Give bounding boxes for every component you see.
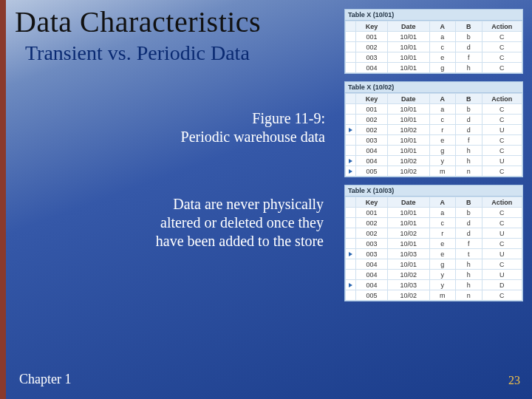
cell-key: 005 [356, 166, 388, 177]
cell-action: C [482, 42, 522, 52]
cell-a: c [429, 115, 455, 125]
cell-a: m [429, 290, 455, 301]
cell-a: r [429, 125, 455, 135]
data-table: KeyDateABAction00110/01abC00210/01cdC002… [345, 93, 522, 177]
cell-a: g [429, 146, 455, 156]
cell-a: r [429, 228, 455, 239]
row-marker-cell [346, 32, 356, 42]
row-marker-cell [346, 166, 356, 177]
table-caption: Table X (10/01) [345, 10, 522, 21]
table-row: 00110/01abC [346, 32, 522, 42]
data-table: KeyDateABAction00110/01abC00210/01cdC003… [345, 21, 522, 73]
cell-b: b [456, 32, 482, 42]
cell-b: b [456, 208, 482, 218]
cell-date: 10/01 [387, 32, 429, 42]
cell-date: 10/01 [387, 42, 429, 52]
table-header-row: KeyDateABAction [346, 21, 522, 32]
cell-b: t [456, 249, 482, 259]
cell-date: 10/01 [387, 115, 429, 125]
cell-date: 10/01 [387, 239, 429, 249]
cell-action: C [482, 239, 522, 249]
cell-key: 002 [356, 125, 388, 135]
cell-a: y [429, 156, 455, 166]
cell-a: a [429, 32, 455, 42]
cell-a: a [429, 104, 455, 115]
cell-b: h [456, 63, 482, 73]
changed-marker-icon [349, 128, 352, 132]
table-row: 00310/01efC [346, 239, 522, 249]
body-line2: altered or deleted once they [160, 214, 324, 231]
cell-b: d [456, 218, 482, 228]
changed-marker-icon [349, 252, 352, 256]
cell-a: m [429, 166, 455, 177]
table-row: 00410/01ghC [346, 63, 522, 73]
cell-action: U [482, 249, 522, 259]
cell-action: C [482, 146, 522, 156]
cell-date: 10/01 [387, 63, 429, 73]
table-row: 00210/02rdU [346, 125, 522, 135]
table-row: 00410/01ghC [346, 259, 522, 270]
changed-marker-icon [349, 159, 352, 163]
cell-key: 002 [356, 228, 388, 239]
cell-a: y [429, 280, 455, 290]
row-marker-cell [346, 104, 356, 115]
figure-label-line2: Periodic warehouse data [181, 129, 325, 145]
cell-action: U [482, 228, 522, 239]
changed-marker-icon [349, 283, 352, 287]
cell-action: U [482, 270, 522, 280]
cell-date: 10/01 [387, 208, 429, 218]
cell-date: 10/01 [387, 104, 429, 115]
table-row: 00310/03etU [346, 249, 522, 259]
cell-a: y [429, 270, 455, 280]
cell-b: h [456, 280, 482, 290]
row-marker-cell [346, 259, 356, 270]
cell-action: C [482, 32, 522, 42]
slide-subtitle: Transient vs. Periodic Data [25, 41, 250, 65]
cell-key: 004 [356, 270, 388, 280]
table-row: 00510/02mnC [346, 290, 522, 301]
col-header-marker [346, 94, 356, 104]
col-header: Action [482, 197, 522, 208]
cell-key: 003 [356, 52, 388, 63]
cell-date: 10/01 [387, 259, 429, 270]
cell-a: a [429, 208, 455, 218]
cell-key: 004 [356, 280, 388, 290]
table-row: 00410/01ghC [346, 146, 522, 156]
cell-b: d [456, 228, 482, 239]
cell-date: 10/02 [387, 156, 429, 166]
body-text: Data are never physically altered or del… [102, 195, 324, 250]
page-number: 23 [508, 374, 520, 387]
row-marker-cell [346, 135, 356, 146]
chapter-label: Chapter 1 [19, 372, 71, 387]
cell-a: c [429, 42, 455, 52]
row-marker-cell [346, 270, 356, 280]
cell-b: h [456, 270, 482, 280]
cell-date: 10/03 [387, 249, 429, 259]
cell-action: C [482, 115, 522, 125]
table-row: 00410/03yhD [346, 280, 522, 290]
col-header: Key [356, 94, 388, 104]
cell-b: f [456, 239, 482, 249]
col-header: B [456, 21, 482, 32]
cell-action: C [482, 52, 522, 63]
cell-date: 10/01 [387, 146, 429, 156]
row-marker-cell [346, 146, 356, 156]
figure-label: Figure 11-9: Periodic warehouse data [118, 109, 325, 146]
cell-key: 001 [356, 32, 388, 42]
tables-panel: Table X (10/01)KeyDateABAction00110/01ab… [344, 9, 523, 301]
accent-bar [0, 0, 6, 399]
cell-a: g [429, 259, 455, 270]
col-header: B [456, 197, 482, 208]
cell-b: n [456, 166, 482, 177]
cell-key: 001 [356, 104, 388, 115]
cell-a: c [429, 218, 455, 228]
col-header-marker [346, 197, 356, 208]
cell-action: C [482, 259, 522, 270]
cell-date: 10/02 [387, 166, 429, 177]
body-line1: Data are never physically [173, 196, 324, 212]
table-header-row: KeyDateABAction [346, 197, 522, 208]
cell-b: n [456, 290, 482, 301]
table-row: 00210/01cdC [346, 42, 522, 52]
cell-b: h [456, 146, 482, 156]
cell-key: 005 [356, 290, 388, 301]
